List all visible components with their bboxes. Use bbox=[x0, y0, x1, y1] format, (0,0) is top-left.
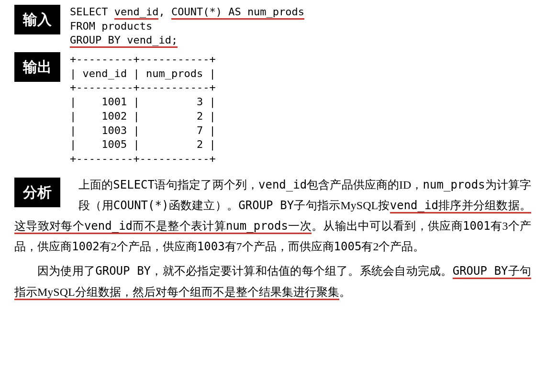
output-section: 输出 +---------+-----------+ | vend_id | n… bbox=[14, 52, 531, 166]
count-star: COUNT(*) AS num_prods bbox=[171, 6, 304, 20]
from-line: FROM products bbox=[70, 20, 152, 32]
comma: , bbox=[158, 6, 171, 18]
analysis-paragraph-1: 上面的SELECT语句指定了两个列，vend_id包含产品供应商的ID，num_… bbox=[14, 175, 531, 258]
kw-select: SELECT bbox=[70, 6, 114, 18]
groupby-line: GROUP BY vend_id; bbox=[70, 34, 178, 48]
groupby-col: vend_id; bbox=[127, 34, 178, 46]
output-table: +---------+-----------+ | vend_id | num_… bbox=[70, 52, 216, 166]
analysis-section: 分析 上面的SELECT语句指定了两个列，vend_id包含产品供应商的ID，n… bbox=[14, 175, 531, 302]
output-label: 输出 bbox=[14, 52, 60, 82]
input-label: 输入 bbox=[14, 5, 60, 34]
analysis-paragraph-2: 因为使用了GROUP BY，就不必指定要计算和估值的每个组了。系统会自动完成。G… bbox=[14, 261, 531, 302]
kw-groupby: GROUP BY bbox=[70, 34, 127, 46]
analysis-label: 分析 bbox=[14, 178, 60, 207]
sql-code: SELECT vend_id, COUNT(*) AS num_prods FR… bbox=[70, 5, 304, 47]
input-section: 输入 SELECT vend_id, COUNT(*) AS num_prods… bbox=[14, 5, 531, 47]
col-vend-id: vend_id bbox=[114, 6, 159, 20]
